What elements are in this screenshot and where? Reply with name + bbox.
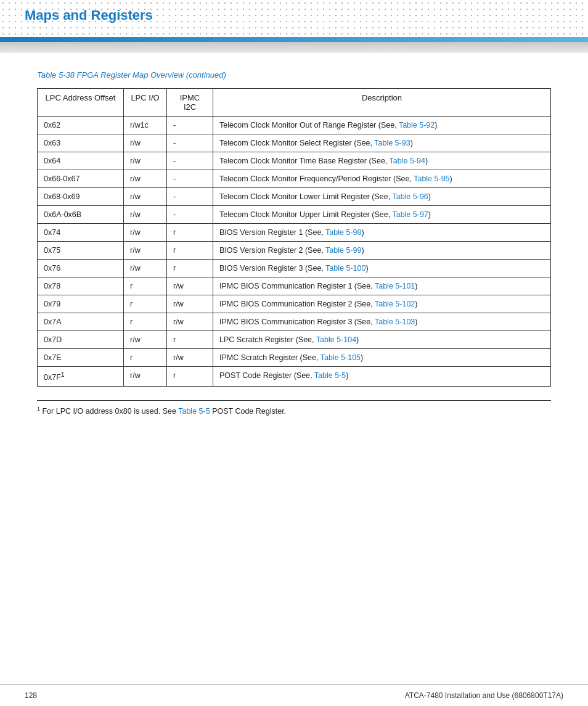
table-row: 0x78rr/wIPMC BIOS Communication Register… (38, 277, 551, 295)
cell-addr: 0x7E (38, 349, 124, 367)
main-content: Table 5-38 FPGA Register Map Overview (c… (0, 53, 588, 434)
register-table: LPC Address Offset LPC I/O IPMC I2C Desc… (37, 88, 551, 387)
cell-ipmc: - (167, 152, 213, 170)
table-row: 0x7Err/wIPMC Scratch Register (See, Tabl… (38, 349, 551, 367)
cell-addr: 0x78 (38, 277, 124, 295)
table-row: 0x79rr/wIPMC BIOS Communication Register… (38, 295, 551, 313)
col-header-lpc: LPC I/O (124, 89, 167, 117)
cell-lpc: r/w (124, 242, 167, 260)
cell-ipmc: - (167, 134, 213, 152)
page-footer: 128 ATCA-7480 Installation and Use (6806… (0, 684, 588, 706)
table-row: 0x62r/w1c-Telecom Clock Monitor Out of R… (38, 117, 551, 134)
cell-lpc: r (124, 277, 167, 295)
cell-desc: BIOS Version Register 2 (See, Table 5-99… (213, 242, 551, 260)
cell-lpc: r/w (124, 206, 167, 224)
cell-desc: IPMC BIOS Communication Register 2 (See,… (213, 295, 551, 313)
cell-addr: 0x6A-0x6B (38, 206, 124, 224)
desc-link[interactable]: Table 5-105 (321, 353, 361, 362)
desc-link[interactable]: Table 5-5 (314, 371, 346, 380)
cell-addr: 0x62 (38, 117, 124, 134)
footnote-section: 1 For LPC I/O address 0x80 is used. See … (37, 400, 551, 416)
desc-link[interactable]: Table 5-94 (390, 157, 425, 165)
cell-ipmc: r/w (167, 277, 213, 295)
page-title: Maps and Registers (25, 7, 153, 23)
col-header-ipmc: IPMC I2C (167, 89, 213, 117)
cell-lpc: r (124, 349, 167, 367)
cell-desc: Telecom Clock Monitor Frequency/Period R… (213, 170, 551, 188)
cell-ipmc: r (167, 224, 213, 242)
table-row: 0x76r/wrBIOS Version Register 3 (See, Ta… (38, 260, 551, 277)
cell-addr: 0x64 (38, 152, 124, 170)
cell-ipmc: - (167, 206, 213, 224)
desc-link[interactable]: Table 5-101 (375, 282, 415, 290)
footnote-link[interactable]: Table 5-5 (178, 407, 210, 416)
cell-addr: 0x79 (38, 295, 124, 313)
cell-lpc: r/w (124, 331, 167, 349)
desc-link[interactable]: Table 5-100 (325, 264, 365, 273)
cell-desc: Telecom Clock Monitor Out of Range Regis… (213, 117, 551, 134)
table-row: 0x66-0x67r/w-Telecom Clock Monitor Frequ… (38, 170, 551, 188)
cell-desc: Telecom Clock Monitor Select Register (S… (213, 134, 551, 152)
cell-ipmc: - (167, 170, 213, 188)
cell-desc: BIOS Version Register 3 (See, Table 5-10… (213, 260, 551, 277)
cell-ipmc: - (167, 117, 213, 134)
table-row: 0x7F1r/wrPOST Code Register (See, Table … (38, 367, 551, 387)
table-row: 0x74r/wrBIOS Version Register 1 (See, Ta… (38, 224, 551, 242)
cell-addr: 0x63 (38, 134, 124, 152)
desc-link[interactable]: Table 5-96 (392, 192, 428, 201)
table-row: 0x63r/w-Telecom Clock Monitor Select Reg… (38, 134, 551, 152)
cell-lpc: r/w (124, 170, 167, 188)
desc-link[interactable]: Table 5-92 (399, 121, 435, 129)
cell-desc: BIOS Version Register 1 (See, Table 5-98… (213, 224, 551, 242)
cell-desc: Telecom Clock Monitor Upper Limit Regist… (213, 206, 551, 224)
table-caption: Table 5-38 FPGA Register Map Overview (c… (37, 70, 551, 80)
gray-bar (0, 42, 588, 53)
cell-desc: Telecom Clock Monitor Lower Limit Regist… (213, 188, 551, 206)
cell-desc: IPMC Scratch Register (See, Table 5-105) (213, 349, 551, 367)
cell-addr: 0x75 (38, 242, 124, 260)
table-header-row: LPC Address Offset LPC I/O IPMC I2C Desc… (38, 89, 551, 117)
table-row: 0x75r/wrBIOS Version Register 2 (See, Ta… (38, 242, 551, 260)
footnote-text-after: POST Code Register. (210, 407, 286, 416)
desc-link[interactable]: Table 5-99 (325, 246, 361, 255)
cell-addr: 0x68-0x69 (38, 188, 124, 206)
cell-desc: POST Code Register (See, Table 5-5) (213, 367, 551, 387)
cell-addr: 0x7F1 (38, 367, 124, 387)
desc-link[interactable]: Table 5-103 (375, 318, 415, 326)
cell-ipmc: r/w (167, 349, 213, 367)
desc-link[interactable]: Table 5-98 (325, 228, 361, 237)
cell-addr: 0x74 (38, 224, 124, 242)
desc-link[interactable]: Table 5-93 (374, 139, 410, 147)
cell-desc: IPMC BIOS Communication Register 1 (See,… (213, 277, 551, 295)
doc-title: ATCA-7480 Installation and Use (6806800T… (405, 691, 563, 700)
desc-link[interactable]: Table 5-97 (392, 210, 428, 219)
cell-lpc: r/w1c (124, 117, 167, 134)
col-header-addr: LPC Address Offset (38, 89, 124, 117)
header-area: Maps and Registers (0, 0, 588, 37)
desc-link[interactable]: Table 5-104 (316, 335, 356, 344)
cell-ipmc: r (167, 367, 213, 387)
cell-desc: LPC Scratch Register (See, Table 5-104) (213, 331, 551, 349)
page-wrapper: Maps and Registers Table 5-38 FPGA Regis… (0, 0, 588, 706)
footnote-text-before: For LPC I/O address 0x80 is used. See (40, 407, 178, 416)
desc-link[interactable]: Table 5-102 (375, 300, 415, 308)
cell-lpc: r (124, 313, 167, 331)
cell-addr: 0x7D (38, 331, 124, 349)
cell-lpc: r (124, 295, 167, 313)
cell-lpc: r/w (124, 224, 167, 242)
cell-ipmc: r (167, 331, 213, 349)
desc-link[interactable]: Table 5-95 (414, 174, 449, 183)
table-row: 0x7Dr/wrLPC Scratch Register (See, Table… (38, 331, 551, 349)
cell-ipmc: - (167, 188, 213, 206)
cell-addr: 0x7A (38, 313, 124, 331)
cell-ipmc: r/w (167, 313, 213, 331)
cell-lpc: r/w (124, 152, 167, 170)
table-row: 0x68-0x69r/w-Telecom Clock Monitor Lower… (38, 188, 551, 206)
cell-lpc: r/w (124, 260, 167, 277)
cell-lpc: r/w (124, 367, 167, 387)
cell-ipmc: r/w (167, 295, 213, 313)
table-row: 0x64r/w-Telecom Clock Monitor Time Base … (38, 152, 551, 170)
cell-ipmc: r (167, 260, 213, 277)
cell-desc: IPMC BIOS Communication Register 3 (See,… (213, 313, 551, 331)
cell-addr: 0x66-0x67 (38, 170, 124, 188)
